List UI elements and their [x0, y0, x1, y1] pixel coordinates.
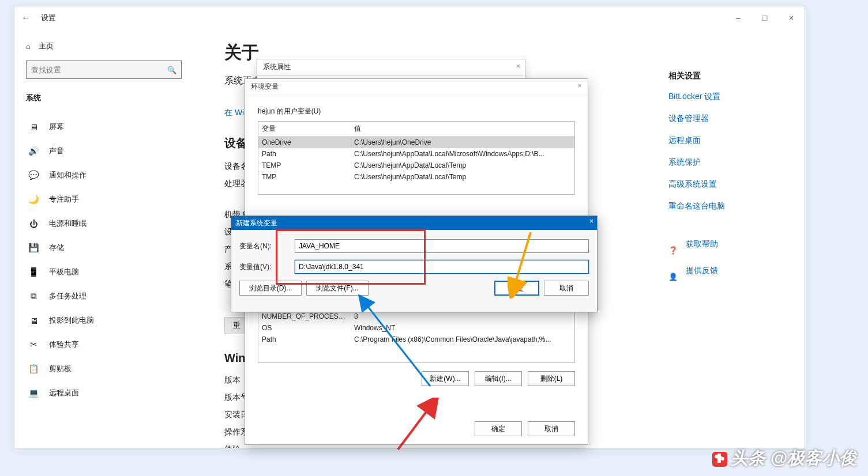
sidebar-item-label: 投影到此电脑 [49, 315, 94, 326]
sidebar-item-multitask[interactable]: ⧉多任务处理 [26, 284, 183, 308]
link-device-manager[interactable]: 设备管理器 [668, 114, 807, 124]
var-value-input[interactable] [295, 260, 589, 274]
link-system-protection[interactable]: 系统保护 [668, 157, 807, 168]
related-settings: 相关设置 BitLocker 设置 设备管理器 远程桌面 系统保护 高级系统设置… [668, 71, 807, 288]
user-vars-table[interactable]: 变量值 OneDriveC:\Users\hejun\OneDrive Path… [258, 121, 575, 195]
var-value-label: 变量值(V): [239, 262, 295, 272]
var-name-input[interactable] [295, 239, 589, 253]
sidebar-item-label: 声音 [49, 146, 64, 156]
sidebar-item-focus[interactable]: 🌙专注助手 [26, 187, 183, 211]
search-field[interactable] [31, 66, 167, 74]
link-bitlocker[interactable]: BitLocker 设置 [668, 92, 807, 102]
remote-icon: 💻 [28, 388, 39, 398]
newvar-title: 新建系统变量× [231, 216, 597, 230]
browse-file-button[interactable]: 浏览文件(F)... [306, 281, 369, 296]
close-icon[interactable]: × [516, 62, 520, 70]
sidebar-item-label: 屏幕 [49, 122, 64, 132]
table-row[interactable]: TEMPC:\Users\hejun\AppData\Local\Temp [258, 160, 574, 171]
feedback-icon: 👤 [668, 273, 678, 281]
close-icon[interactable]: × [577, 81, 582, 90]
cell: Path [258, 334, 351, 345]
delete-button[interactable]: 删除(L) [528, 371, 575, 386]
sidebar-item-sound[interactable]: 🔊声音 [26, 139, 183, 163]
tablet-icon: 📱 [28, 267, 39, 277]
hdr-val: 值 [351, 122, 574, 136]
cell: OneDrive [258, 137, 351, 148]
var-name-label: 变量名(N): [239, 241, 295, 251]
feedback-link[interactable]: 👤提供反馈 [668, 266, 807, 288]
sidebar-item-label: 平板电脑 [49, 267, 79, 277]
cell: NUMBER_OF_PROCESSORS [258, 311, 351, 322]
browse-dir-button[interactable]: 浏览目录(D)... [239, 281, 302, 296]
sidebar-item-tablet[interactable]: 📱平板电脑 [26, 260, 183, 284]
sidebar-item-label: 体验共享 [49, 339, 79, 350]
table-row[interactable]: PathC:\Users\hejun\AppData\Local\Microso… [258, 148, 574, 160]
sysprops-title: 系统属性 [257, 59, 525, 75]
watermark: 头条 @极客小俊 [712, 447, 856, 470]
multitask-icon: ⧉ [28, 291, 39, 301]
cell: TMP [258, 171, 351, 183]
share-icon: ✂ [28, 339, 39, 350]
sound-icon: 🔊 [28, 146, 39, 156]
search-icon: 🔍 [167, 66, 176, 74]
help-icon: ❓ [668, 246, 678, 255]
table-row[interactable]: TMPC:\Users\hejun\AppData\Local\Temp [258, 171, 574, 183]
sidebar-item-home[interactable]: ⌂ 主页 [26, 41, 183, 51]
cell: C:\Program Files (x86)\Common Files\Orac… [351, 334, 574, 345]
sidebar-item-label: 远程桌面 [49, 388, 79, 398]
ok-button[interactable]: 确定 [475, 421, 522, 436]
watermark-text: 头条 @极客小俊 [731, 448, 856, 467]
edit-button[interactable]: 编辑(I)... [475, 371, 522, 386]
sidebar-item-label: 多任务处理 [49, 291, 87, 301]
window-title: 设置 [41, 13, 56, 23]
sidebar-item-display[interactable]: 🖥屏幕 [26, 115, 183, 139]
table-row[interactable]: OSWindows_NT [258, 322, 574, 334]
comment-icon: 💬 [28, 170, 39, 180]
cancel-button[interactable]: 取消 [544, 281, 589, 296]
sidebar: ⌂ 主页 🔍 系统 🖥屏幕 🔊声音 💬通知和操作 🌙专注助手 ⏻电源和睡眠 💾存… [14, 29, 194, 449]
minimize-icon[interactable]: – [725, 6, 751, 29]
link-advanced-system[interactable]: 高级系统设置 [668, 179, 807, 190]
sidebar-item-notifications[interactable]: 💬通知和操作 [26, 163, 183, 187]
link-rename-pc[interactable]: 重命名这台电脑 [668, 201, 807, 211]
hdr-var: 变量 [258, 122, 351, 136]
newvar-title-text: 新建系统变量 [236, 218, 277, 228]
table-row[interactable]: OneDriveC:\Users\hejun\OneDrive [258, 137, 574, 148]
sidebar-item-label: 电源和睡眠 [49, 218, 87, 229]
search-input[interactable]: 🔍 [26, 61, 182, 79]
table-row[interactable]: NUMBER_OF_PROCESSORS8 [258, 311, 574, 322]
sidebar-item-label: 专注助手 [49, 194, 79, 205]
cell: Path [258, 148, 351, 160]
help-link[interactable]: ❓获取帮助 [668, 239, 807, 261]
sidebar-item-clipboard[interactable]: 📋剪贴板 [26, 357, 183, 381]
titlebar: ← 设置 – □ × [14, 6, 805, 29]
sidebar-item-storage[interactable]: 💾存储 [26, 236, 183, 260]
section-label: 系统 [26, 93, 183, 103]
cell: 8 [351, 311, 574, 322]
maximize-icon[interactable]: □ [751, 6, 778, 29]
sidebar-item-shared[interactable]: ✂体验共享 [26, 333, 183, 357]
envdlg-title: 环境变量 [245, 79, 588, 95]
new-system-variable-dialog: 新建系统变量× 变量名(N): 变量值(V): 浏览目录(D)... 浏览文件(… [231, 216, 598, 312]
user-vars-label: hejun 的用户变量(U) [258, 107, 575, 116]
cell: C:\Users\hejun\AppData\Local\Microsoft\W… [351, 148, 574, 160]
sidebar-item-power[interactable]: ⏻电源和睡眠 [26, 211, 183, 236]
link-remote-desktop[interactable]: 远程桌面 [668, 135, 807, 146]
cell: TEMP [258, 160, 351, 171]
ok-button[interactable]: 确定 [494, 281, 539, 296]
cell: C:\Users\hejun\AppData\Local\Temp [351, 160, 574, 171]
project-icon: 🖥 [28, 316, 39, 326]
cancel-button[interactable]: 取消 [528, 421, 575, 436]
power-icon: ⏻ [28, 219, 39, 229]
cell: Windows_NT [351, 322, 574, 334]
sidebar-item-remote[interactable]: 💻远程桌面 [26, 381, 183, 405]
table-row[interactable]: PathC:\Program Files (x86)\Common Files\… [258, 334, 574, 345]
sidebar-item-label: 通知和操作 [49, 170, 87, 180]
close-icon[interactable]: × [589, 217, 593, 225]
close-icon[interactable]: × [778, 6, 805, 29]
cell: C:\Users\hejun\AppData\Local\Temp [351, 171, 574, 183]
back-icon[interactable]: ← [14, 13, 37, 23]
sidebar-item-projecting[interactable]: 🖥投影到此电脑 [26, 308, 183, 333]
home-label: 主页 [39, 41, 54, 51]
new-button[interactable]: 新建(W)... [422, 371, 469, 386]
